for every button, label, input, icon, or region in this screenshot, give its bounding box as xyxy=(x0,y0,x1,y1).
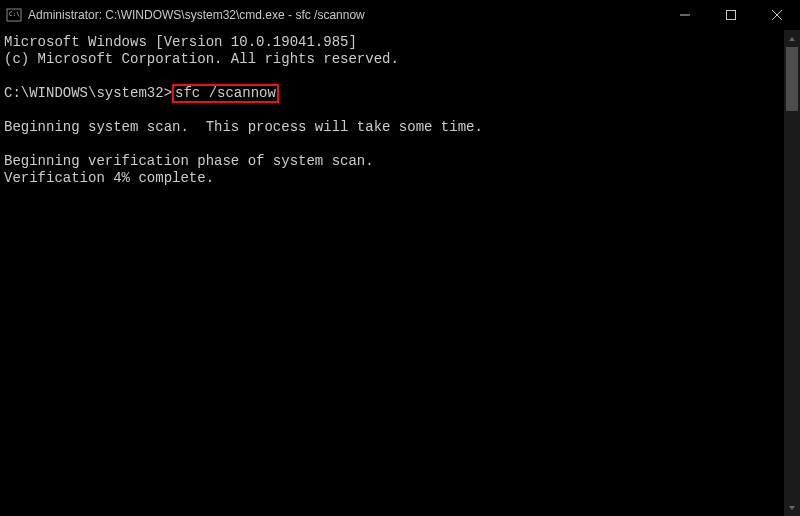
copyright-line: (c) Microsoft Corporation. All rights re… xyxy=(4,51,399,67)
scan-begin-line: Beginning system scan. This process will… xyxy=(4,119,483,135)
command-highlight: sfc /scannow xyxy=(172,84,279,103)
window-controls xyxy=(662,0,800,30)
version-line: Microsoft Windows [Version 10.0.19041.98… xyxy=(4,34,357,50)
command-text: sfc /scannow xyxy=(175,85,276,101)
scroll-up-button[interactable] xyxy=(784,30,800,47)
terminal-output: Microsoft Windows [Version 10.0.19041.98… xyxy=(0,30,800,187)
verify-begin-line: Beginning verification phase of system s… xyxy=(4,153,374,169)
prompt-prefix: C:\WINDOWS\system32> xyxy=(4,85,172,101)
scrollbar-track[interactable] xyxy=(784,30,800,516)
close-button[interactable] xyxy=(754,0,800,30)
cmd-icon: C:\ xyxy=(6,7,22,23)
svg-text:C:\: C:\ xyxy=(9,10,20,17)
window-title: Administrator: C:\WINDOWS\system32\cmd.e… xyxy=(28,8,662,22)
scrollbar-thumb[interactable] xyxy=(786,47,798,111)
svg-rect-3 xyxy=(727,11,736,20)
svg-marker-6 xyxy=(789,37,795,41)
scroll-down-button[interactable] xyxy=(784,499,800,516)
verify-progress-line: Verification 4% complete. xyxy=(4,170,214,186)
svg-marker-7 xyxy=(789,506,795,510)
minimize-button[interactable] xyxy=(662,0,708,30)
terminal-area[interactable]: Microsoft Windows [Version 10.0.19041.98… xyxy=(0,30,800,516)
window-titlebar: C:\ Administrator: C:\WINDOWS\system32\c… xyxy=(0,0,800,30)
maximize-button[interactable] xyxy=(708,0,754,30)
